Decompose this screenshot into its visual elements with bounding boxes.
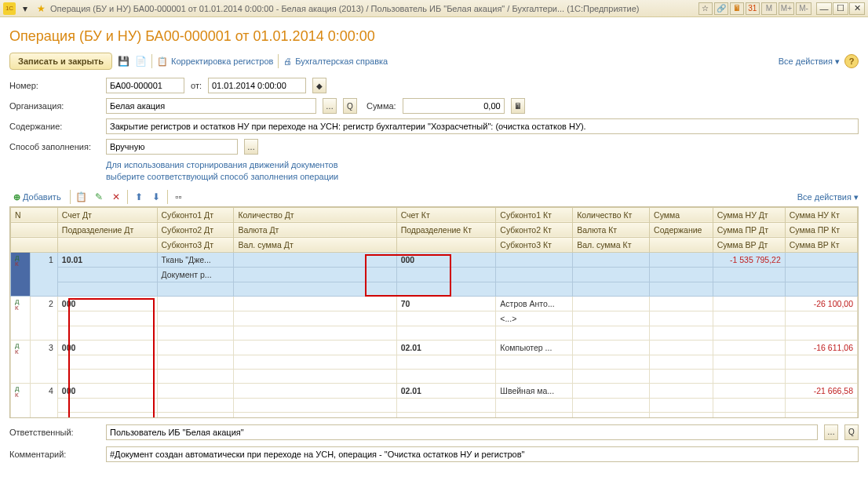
- cell-sub1-kt[interactable]: [496, 252, 573, 267]
- cell-sub2-kt[interactable]: <...>: [496, 311, 573, 326]
- cell-sub1-dt[interactable]: [157, 296, 234, 311]
- cell-acc-kt[interactable]: 000: [396, 252, 496, 267]
- cell-sum-nu-kt[interactable]: -16 611,06: [785, 340, 857, 355]
- nav-dropdown-icon[interactable]: ▾: [19, 2, 31, 15]
- minimize-button[interactable]: —: [816, 2, 832, 15]
- responsible-input[interactable]: [106, 424, 818, 440]
- cell-sub2-dt[interactable]: [157, 355, 234, 369]
- cell-sum-nu-dt[interactable]: [713, 296, 785, 311]
- method-input[interactable]: [106, 139, 238, 155]
- header-sub1-kt[interactable]: Субконто1 Кт: [496, 207, 573, 222]
- date-stepper-icon[interactable]: ◆: [312, 78, 326, 93]
- responsible-open-button[interactable]: Q: [844, 424, 859, 440]
- header-sub3-dt[interactable]: Субконто3 Дт: [157, 237, 234, 252]
- header-curr-dt[interactable]: Валюта Дт: [234, 222, 396, 237]
- header-sum-nu-kt[interactable]: Сумма НУ Кт: [785, 207, 857, 222]
- cell-sub1-kt[interactable]: Компьютер ...: [496, 340, 573, 355]
- header-sub3-kt[interactable]: Субконто3 Кт: [496, 237, 573, 252]
- move-up-icon[interactable]: ⬆: [133, 191, 145, 203]
- cell-sub2-dt[interactable]: Документ р...: [157, 267, 234, 282]
- comment-input[interactable]: [106, 446, 859, 462]
- header-sum-vr-dt[interactable]: Сумма ВР Дт: [713, 237, 785, 252]
- header-content[interactable]: Содержание: [650, 222, 713, 237]
- header-qty-dt[interactable]: Количество Дт: [234, 207, 396, 222]
- responsible-select-button[interactable]: …: [824, 424, 838, 440]
- cell-acc-dt[interactable]: 000: [57, 340, 157, 355]
- header-acc-kt[interactable]: Счет Кт: [396, 207, 496, 222]
- table-row[interactable]: ДК 2 000 70 Астров Анто... -26 100,00: [11, 296, 858, 311]
- accounting-reference-link[interactable]: 🖨Бухгалтерская справка: [283, 56, 388, 66]
- header-n[interactable]: N: [11, 207, 58, 222]
- table-row[interactable]: ДК 4 000 02.01 Швейная ма... -21 666,58: [11, 383, 858, 398]
- memory-mplus[interactable]: M+: [779, 2, 794, 15]
- cell-acc-kt[interactable]: 70: [396, 296, 496, 311]
- cell-sum-nu-kt[interactable]: -21 666,58: [785, 383, 857, 398]
- header-acc-dt[interactable]: Счет Дт: [57, 207, 157, 222]
- register-correction-link[interactable]: 📋Корректировка регистров: [157, 56, 273, 67]
- document-icon[interactable]: 📄: [134, 55, 147, 67]
- entries-table[interactable]: N Счет Дт Субконто1 Дт Количество Дт Сче…: [9, 206, 859, 418]
- delete-icon[interactable]: ✕: [110, 191, 122, 203]
- memory-m[interactable]: M: [761, 2, 777, 15]
- cell-sum-nu-dt[interactable]: [713, 340, 785, 355]
- date-input[interactable]: [208, 78, 306, 93]
- move-down-icon[interactable]: ⬇: [150, 191, 162, 203]
- help-icon[interactable]: ?: [844, 54, 859, 68]
- save-close-button[interactable]: Записать и закрыть: [9, 53, 112, 70]
- cell-sum-nu-dt[interactable]: -1 535 795,22: [713, 252, 785, 267]
- sum-input[interactable]: [403, 98, 505, 114]
- cell-sub2-kt[interactable]: [496, 267, 573, 282]
- cell-sum-nu-kt[interactable]: -26 100,00: [785, 296, 857, 311]
- more-icon[interactable]: ▫▫: [173, 191, 185, 203]
- org-select-button[interactable]: …: [323, 98, 337, 114]
- cell-acc-kt[interactable]: 02.01: [396, 383, 496, 398]
- favorite-star-icon[interactable]: ★: [35, 2, 47, 15]
- titlebar-tool1-icon[interactable]: ☆: [698, 2, 713, 15]
- header-sub1-dt[interactable]: Субконто1 Дт: [157, 207, 234, 222]
- content-input[interactable]: [106, 118, 859, 134]
- header-sub2-kt[interactable]: Субконто2 Кт: [496, 222, 573, 237]
- cell-acc-dt[interactable]: 10.01: [57, 252, 157, 267]
- add-row-button[interactable]: ⊕Добавить: [9, 190, 65, 205]
- header-dept-dt[interactable]: Подразделение Дт: [57, 222, 157, 237]
- number-input[interactable]: [106, 78, 184, 93]
- header-dept-kt[interactable]: Подразделение Кт: [396, 222, 496, 237]
- table-row[interactable]: ДК 3 000 02.01 Компьютер ... -16 611,06: [11, 340, 858, 355]
- cell-sub1-kt[interactable]: Швейная ма...: [496, 383, 573, 398]
- copy-icon[interactable]: 📋: [75, 191, 88, 203]
- table-row[interactable]: ДК 1 10.01 Ткань "Дже... 000 -1 535 795,…: [11, 252, 858, 267]
- header-curr-kt[interactable]: Валюта Кт: [573, 222, 650, 237]
- cell-acc-dt[interactable]: 000: [57, 383, 157, 398]
- cell-sub2-dt[interactable]: [157, 398, 234, 412]
- titlebar-calc-icon[interactable]: 🖩: [730, 2, 744, 15]
- table-all-actions-link[interactable]: Все действия ▾: [797, 192, 859, 202]
- header-valsum-kt[interactable]: Вал. сумма Кт: [573, 237, 650, 252]
- header-sum[interactable]: Сумма: [650, 207, 713, 222]
- cell-sub1-kt[interactable]: Астров Анто...: [496, 296, 573, 311]
- memory-mminus[interactable]: M-: [796, 2, 811, 15]
- header-sum-pr-dt[interactable]: Сумма ПР Дт: [713, 222, 785, 237]
- header-sum-vr-kt[interactable]: Сумма ВР Кт: [785, 237, 857, 252]
- cell-sub2-kt[interactable]: [496, 355, 573, 369]
- method-select-button[interactable]: …: [244, 139, 258, 155]
- cell-sub1-dt[interactable]: Ткань "Дже...: [157, 252, 234, 267]
- save-icon[interactable]: 💾: [117, 55, 129, 67]
- edit-icon[interactable]: ✎: [93, 191, 105, 203]
- cell-sub1-dt[interactable]: [157, 340, 234, 355]
- maximize-button[interactable]: ☐: [833, 2, 848, 15]
- close-button[interactable]: ✕: [849, 2, 865, 15]
- titlebar-calendar-icon[interactable]: 31: [746, 2, 760, 15]
- header-sum-pr-kt[interactable]: Сумма ПР Кт: [785, 222, 857, 237]
- cell-acc-kt[interactable]: 02.01: [396, 340, 496, 355]
- header-sum-nu-dt[interactable]: Сумма НУ Дт: [713, 207, 785, 222]
- titlebar-link-icon[interactable]: 🔗: [714, 2, 728, 15]
- cell-acc-dt[interactable]: 000: [57, 296, 157, 311]
- org-open-button[interactable]: Q: [343, 98, 357, 114]
- header-sub2-dt[interactable]: Субконто2 Дт: [157, 222, 234, 237]
- cell-sub1-dt[interactable]: [157, 383, 234, 398]
- sum-calc-button[interactable]: 🖩: [511, 98, 525, 114]
- header-qty-kt[interactable]: Количество Кт: [573, 207, 650, 222]
- cell-sub2-kt[interactable]: [496, 398, 573, 412]
- cell-sub2-dt[interactable]: [157, 311, 234, 326]
- org-input[interactable]: [106, 98, 316, 114]
